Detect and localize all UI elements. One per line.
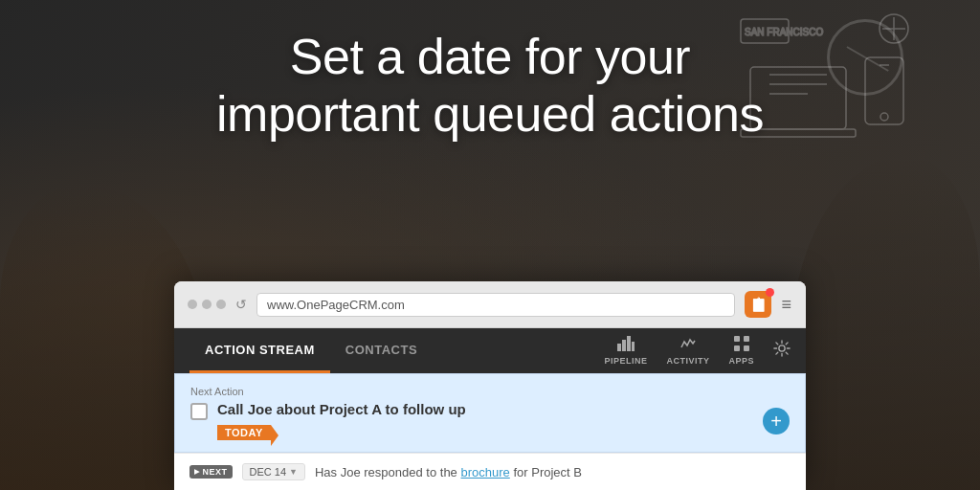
browser-mockup: ↺ www.OnePageCRM.com ≡ ACTION STREAM CON… [174, 281, 806, 490]
tab-action-stream[interactable]: ACTION STREAM [189, 328, 330, 373]
action-checkbox[interactable] [190, 403, 208, 420]
tab-contacts[interactable]: CONTACTS [330, 328, 433, 373]
nav-right-icons: PIPELINE ACTIVITY [604, 328, 791, 373]
svg-rect-19 [734, 345, 740, 351]
browser-chrome: ↺ www.OnePageCRM.com ≡ [174, 281, 806, 328]
browser-dot-green [216, 300, 226, 309]
hero-heading: Set a date for your important queued act… [155, 29, 825, 144]
activity-label: ACTIVITY [666, 356, 709, 366]
app-nav: ACTION STREAM CONTACTS PIPELINE [174, 328, 806, 373]
apps-nav-item[interactable]: APPS [728, 336, 754, 366]
next-action-label: Next Action [190, 386, 790, 397]
date-chip[interactable]: DEC 14 ▼ [242, 463, 305, 480]
pipeline-label: PIPELINE [604, 356, 647, 366]
action-main-row: Call Joe about Project A to follow up TO… [190, 401, 790, 440]
app-content: Next Action Call Joe about Project A to … [174, 373, 806, 490]
secondary-action-text: Has Joe responded to the brochure for Pr… [315, 465, 582, 479]
activity-nav-item[interactable]: ACTIVITY [666, 336, 709, 366]
pipeline-nav-item[interactable]: PIPELINE [604, 336, 647, 366]
add-action-button[interactable]: + [763, 408, 790, 434]
address-bar[interactable]: www.OnePageCRM.com [256, 293, 735, 317]
svg-rect-15 [627, 336, 631, 351]
action-item-card: Next Action Call Joe about Project A to … [174, 373, 806, 453]
svg-rect-13 [617, 344, 621, 351]
refresh-icon[interactable]: ↺ [235, 297, 247, 312]
date-chevron-icon: ▼ [289, 467, 298, 477]
activity-icon [679, 336, 697, 354]
gear-icon [773, 340, 791, 362]
apps-label: APPS [728, 356, 754, 366]
next-badge: NEXT [189, 465, 233, 479]
svg-rect-17 [734, 336, 740, 342]
action-left-content: Call Joe about Project A to follow up TO… [190, 401, 466, 440]
notification-badge [766, 288, 774, 297]
browser-dot-red [188, 300, 197, 309]
browser-dot-yellow [202, 300, 212, 309]
brochure-link[interactable]: brochure [460, 465, 509, 479]
action-secondary-row: NEXT DEC 14 ▼ Has Joe responded to the b… [174, 453, 806, 490]
app-logo [745, 291, 771, 318]
settings-nav-item[interactable] [773, 340, 791, 362]
browser-window-controls [188, 300, 226, 309]
svg-rect-18 [744, 336, 749, 342]
svg-rect-20 [744, 345, 749, 351]
action-title: Call Joe about Project A to follow up [217, 401, 466, 417]
action-content: Call Joe about Project A to follow up TO… [217, 401, 466, 440]
background-clock [827, 19, 903, 96]
apps-icon [734, 336, 749, 354]
pipeline-icon [617, 336, 635, 354]
nav-tabs: ACTION STREAM CONTACTS [189, 328, 433, 373]
hero-section: Set a date for your important queued act… [155, 29, 825, 144]
today-badge: TODAY [217, 425, 271, 440]
browser-menu-icon[interactable]: ≡ [781, 295, 792, 315]
svg-rect-16 [632, 342, 635, 351]
svg-rect-14 [622, 340, 626, 351]
svg-point-7 [880, 113, 888, 121]
svg-point-21 [779, 345, 785, 351]
